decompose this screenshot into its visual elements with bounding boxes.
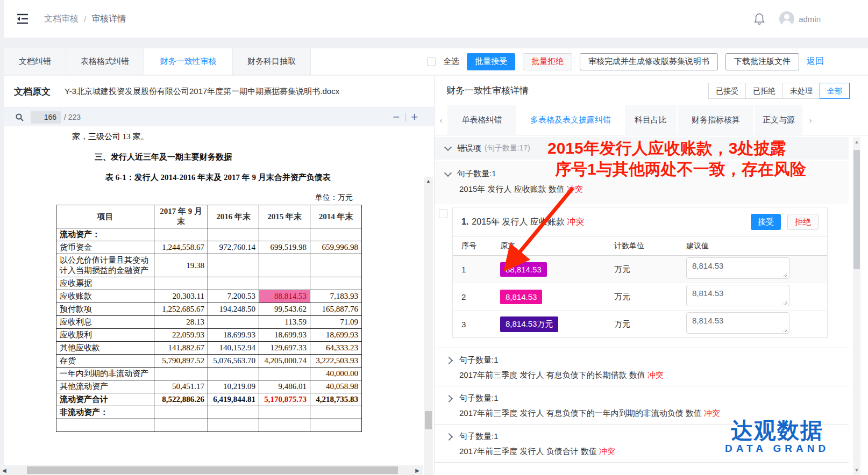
menu-fold-icon[interactable]: [16, 13, 29, 25]
review-list-scrollbar[interactable]: ▲ ▼: [853, 137, 860, 475]
error-item-2[interactable]: 句子数量:12017年前三季度 发行人 有息负债下的一年内到期的非流动负债 数值…: [435, 386, 849, 424]
doc-table-cell: 5,076,563.70: [208, 355, 259, 368]
card-column-header: 序号: [461, 241, 500, 251]
card-column-header: 建议值: [686, 241, 827, 251]
filter-1[interactable]: 已接受: [708, 83, 746, 99]
filter-4[interactable]: 全部: [820, 83, 850, 99]
search-icon[interactable]: [15, 113, 24, 122]
scroll-up-arrow[interactable]: ▲: [424, 177, 433, 185]
doc-table-cell: [208, 254, 259, 277]
doc-table-cell: 18,699.93: [208, 329, 259, 342]
download-annotated-button[interactable]: 下载批注版文件: [725, 53, 799, 70]
vertical-scroll-thumb[interactable]: [853, 150, 860, 269]
vertical-scroll-thumb[interactable]: [425, 411, 432, 429]
error-section-header[interactable]: 错误项 (句子数量:17): [435, 137, 849, 160]
review-tab-1[interactable]: 单表格纠错: [447, 105, 516, 135]
doc-table-cell: 应收利息: [56, 316, 154, 329]
conflict-badge: 冲突: [599, 447, 615, 456]
doc-table-row: 预付款项1,252,685.67194,248.5099,543.62165,8…: [56, 303, 362, 316]
scroll-right-arrow[interactable]: ▶: [415, 465, 419, 475]
doc-table-cell: 一年内到期的非流动资产: [56, 368, 154, 380]
scroll-left-arrow[interactable]: ◀: [2, 465, 6, 475]
conflict-badge: 冲突: [704, 408, 720, 418]
doc-table-cell: 129,697.33: [259, 342, 310, 355]
zoom-out-button[interactable]: −: [393, 112, 400, 123]
suggest-cell: [686, 285, 789, 308]
doc-table-cell: 165,887.76: [310, 303, 362, 316]
finish-generate-button[interactable]: 审核完成并生成修改版募集说明书: [580, 53, 718, 70]
review-tabstrip: ‹ 单表格纠错多表格及表文披露纠错科目占比财务指标核算正文与源 ›: [435, 105, 868, 135]
source-value-chip[interactable]: 8,814.53: [500, 290, 542, 304]
page-number-input[interactable]: [31, 111, 61, 124]
error-item-1[interactable]: 句子数量:12017年前三季度 发行人 有息负债下的长期借款 数值 冲突: [435, 348, 849, 386]
source-cell: 8,814.53万元: [500, 316, 614, 332]
horizontal-scroll-thumb[interactable]: [27, 466, 398, 474]
user-avatar[interactable]: [779, 11, 794, 26]
filter-3[interactable]: 未处理: [782, 83, 820, 99]
main-tab-2[interactable]: 表格格式纠错: [66, 48, 144, 75]
review-tab-3[interactable]: 科目占比: [625, 105, 677, 135]
main-tab-3[interactable]: 财务一致性审核: [144, 48, 233, 75]
card-row-1: 188,814.53万元: [453, 256, 827, 283]
zoom-controls: − +: [393, 112, 418, 123]
tabs-prev-arrow[interactable]: ‹: [435, 105, 447, 135]
suggest-value-input[interactable]: [686, 312, 789, 334]
document-vertical-scrollbar[interactable]: ▲ ▼: [424, 177, 433, 475]
error-item-3[interactable]: 句子数量:12017年前三季度 发行人 负债合计 数值 冲突: [435, 424, 849, 463]
review-tab-5[interactable]: 正文与源: [755, 105, 802, 135]
doc-table-cell: [208, 316, 259, 329]
review-panel-title: 财务一致性审核详情: [446, 84, 529, 97]
row-number: 2: [461, 292, 500, 301]
notification-bell-icon[interactable]: [753, 12, 765, 25]
doc-table-row: 应收账款20,303.117,200.5388,814.537,183.93: [56, 290, 362, 303]
chevron-down-icon: [444, 169, 452, 176]
main-tab-4[interactable]: 财务科目抽取: [233, 48, 311, 75]
main-tab-1[interactable]: 文档纠错: [4, 48, 66, 75]
suggest-value-input[interactable]: [686, 285, 789, 306]
doc-table-cell: 应收账款: [56, 290, 154, 303]
error-item-checkbox[interactable]: [439, 210, 447, 218]
doc-table-cell: 40,000.00: [310, 368, 362, 380]
breadcrumb-section[interactable]: 文档审核: [44, 13, 79, 25]
filter-2[interactable]: 已拒绝: [745, 83, 783, 99]
doc-table-row: 非流动资产：: [56, 406, 362, 419]
chevron-right-icon: [445, 433, 453, 440]
doc-table-cell: 50,451.17: [154, 380, 208, 393]
error-group[interactable]: 句子数量:1 2015年 发行人 应收账款 数值 冲突: [435, 161, 849, 204]
suggest-value-input[interactable]: [686, 257, 789, 279]
doc-unit-note: 单位：万元: [315, 193, 353, 203]
doc-table-cell: 972,760.14: [208, 241, 259, 254]
scroll-down-arrow[interactable]: ▼: [853, 466, 860, 474]
batch-accept-button[interactable]: 批量接受: [467, 53, 515, 70]
document-horizontal-scrollbar[interactable]: ◀ ▶: [0, 465, 423, 475]
select-all-label[interactable]: 全选: [443, 56, 459, 67]
zoom-in-button[interactable]: +: [411, 112, 418, 123]
accept-button[interactable]: 接受: [751, 214, 781, 230]
batch-reject-button[interactable]: 批量拒绝: [523, 53, 572, 70]
reject-button[interactable]: 拒绝: [787, 214, 819, 230]
review-tab-4[interactable]: 财务指标核算: [678, 105, 753, 135]
back-link[interactable]: 返回: [807, 56, 824, 67]
doc-table-cell: 4,205,000.74: [259, 355, 310, 368]
doc-table-header-cell: 2015 年末: [259, 205, 310, 228]
doc-table-row: 一年内到期的非流动资产40,000.00: [56, 368, 362, 380]
document-toolbar: / 223 − +: [4, 107, 434, 127]
username[interactable]: admin: [799, 15, 821, 24]
doc-table-cell: 5,790,897.52: [154, 355, 208, 368]
doc-table-cell: 以公允价值计量且其变动计入当期损益的金融资产: [56, 254, 154, 277]
tabs-next-arrow[interactable]: ›: [804, 105, 817, 135]
doc-table-cell: [208, 368, 259, 380]
review-tab-2[interactable]: 多表格及表文披露纠错: [518, 105, 623, 135]
group-description: 2015年 发行人 应收账款 数值 冲突: [435, 184, 849, 195]
scroll-up-arrow[interactable]: ▲: [853, 138, 860, 146]
item-description: 2017年前三季度 发行人 有息负债下的长期借款 数值 冲突: [435, 370, 849, 380]
select-all-checkbox[interactable]: [427, 57, 436, 66]
doc-table-cell: [310, 406, 362, 419]
chevron-right-icon: [445, 394, 453, 402]
source-value-chip[interactable]: 8,814.53万元: [500, 316, 558, 332]
doc-table-cell: 存货: [56, 355, 154, 368]
collapsed-error-items: 句子数量:12017年前三季度 发行人 有息负债下的长期借款 数值 冲突句子数量…: [435, 348, 849, 463]
document-viewer[interactable]: 家，三级公司 13 家。 三、发行人近三年及一期主要财务数据 表 6-1：发行人…: [4, 126, 434, 475]
item-sentence-count: 句子数量:1: [459, 431, 499, 442]
source-value-chip[interactable]: 88,814.53: [500, 262, 547, 277]
